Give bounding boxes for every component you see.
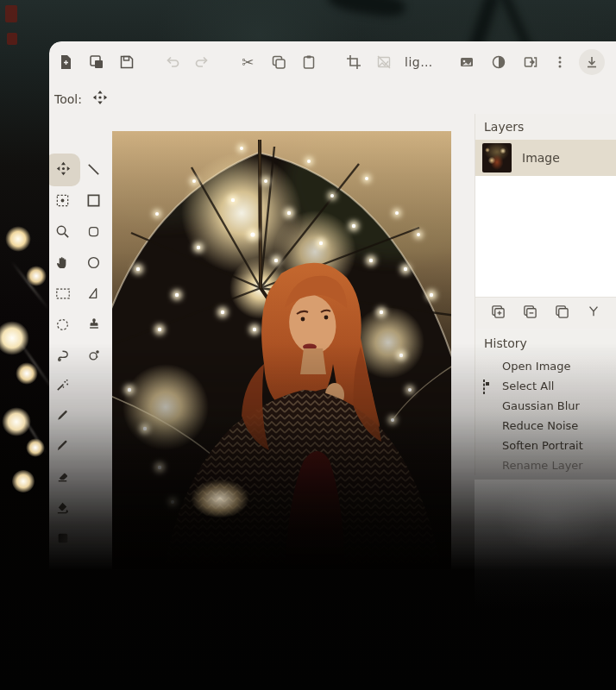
resize-icon	[523, 54, 538, 70]
select-all-icon	[482, 380, 494, 392]
history-item-rename-layer[interactable]: Rename Layer	[475, 455, 616, 475]
rect-marquee-icon	[55, 287, 71, 304]
resize-button[interactable]	[520, 52, 541, 72]
tool-move[interactable]	[46, 154, 80, 186]
soften-portrait-icon	[482, 440, 494, 452]
image-icon	[459, 54, 475, 70]
toolbar-edge-button[interactable]	[610, 52, 616, 72]
crop-icon	[346, 54, 361, 70]
tool-line[interactable]	[78, 155, 110, 186]
eraser-icon	[55, 469, 70, 487]
tool-ellipse-marquee[interactable]	[47, 310, 79, 342]
open-file-button[interactable]	[86, 52, 107, 72]
main-toolbar: ✂ lig…	[49, 41, 616, 83]
history-item-label: Reduce Noise	[502, 419, 578, 432]
crop-button[interactable]	[343, 52, 364, 72]
open-file-icon	[89, 54, 104, 70]
export-button[interactable]	[579, 49, 605, 75]
history-item-soften-portrait[interactable]: Soften Portrait	[475, 436, 616, 455]
magic-wand-icon	[55, 378, 70, 396]
light-glow	[5, 226, 31, 252]
reduce-noise-icon	[482, 420, 494, 432]
triangle-icon	[87, 286, 101, 304]
line-icon	[86, 162, 101, 180]
tool-eraser[interactable]	[47, 462, 79, 493]
tool-magic-wand[interactable]	[47, 371, 79, 402]
fill-bucket-icon	[55, 500, 70, 518]
tool-fill[interactable]	[47, 493, 79, 524]
history-item-gaussian-blur[interactable]: Gaussian Blur	[475, 396, 616, 416]
edge-partial-icon	[613, 54, 616, 70]
select-transform-icon	[55, 193, 70, 211]
insert-image-button[interactable]	[456, 52, 477, 72]
new-file-icon	[58, 54, 73, 70]
open-image-icon	[482, 361, 494, 373]
deselect-button[interactable]	[374, 52, 394, 72]
merge-layers-button[interactable]	[587, 304, 600, 322]
document-filename[interactable]: lig…	[405, 52, 433, 72]
background-red-mark	[7, 33, 17, 45]
background-red-mark	[5, 5, 17, 22]
kebab-menu-icon	[552, 54, 568, 70]
add-layer-button[interactable]	[491, 304, 506, 323]
tool-heal[interactable]	[78, 342, 110, 373]
history-item-select-all[interactable]: Select All	[475, 376, 616, 396]
copy-button[interactable]	[268, 52, 289, 72]
tool-circle[interactable]	[78, 248, 110, 279]
history-item-label: Open Image	[502, 360, 571, 373]
paste-button[interactable]	[299, 52, 319, 72]
history-item-label: Gaussian Blur	[502, 399, 580, 412]
layers-list-empty[interactable]	[475, 176, 616, 297]
remove-layer-button[interactable]	[523, 304, 537, 323]
redo-icon	[194, 54, 210, 70]
tool-indicator-label: Tool:	[54, 92, 82, 106]
circle-icon	[86, 255, 101, 273]
save-button[interactable]	[116, 52, 137, 72]
hand-icon	[55, 255, 70, 273]
history-item-open-image[interactable]: Open Image	[475, 356, 616, 376]
heal-icon	[87, 348, 101, 366]
redo-button[interactable]	[192, 52, 212, 72]
canvas-area[interactable]	[112, 131, 451, 569]
rounded-rectangle-icon	[87, 225, 100, 242]
history-item-label: Select All	[502, 380, 554, 392]
new-file-button[interactable]	[55, 52, 76, 72]
light-glow	[12, 470, 35, 492]
history-item-label: Rename Layer	[502, 459, 583, 472]
brush-icon	[55, 408, 70, 426]
tool-gradient[interactable]	[47, 524, 79, 555]
gaussian-blur-icon	[482, 400, 494, 412]
history-item-label: Soften Portrait	[502, 439, 583, 452]
brightness-contrast-button[interactable]	[488, 52, 509, 72]
layer-name: Image	[522, 151, 560, 165]
undo-icon	[165, 54, 180, 70]
ellipse-marquee-icon	[55, 317, 70, 336]
tool-triangle[interactable]	[78, 279, 110, 310]
tool-brush[interactable]	[47, 401, 79, 432]
cut-button[interactable]: ✂	[237, 52, 258, 72]
more-menu-button[interactable]	[550, 52, 570, 72]
tree-branch	[327, 0, 407, 20]
tool-lasso[interactable]	[47, 342, 79, 373]
layer-row[interactable]: Image	[475, 140, 616, 176]
lasso-icon	[55, 348, 70, 367]
duplicate-layer-button[interactable]	[555, 304, 569, 323]
right-panel: Layers Image History Open Image Sel	[475, 114, 616, 475]
history-panel-header: History	[475, 330, 616, 356]
tool-hand[interactable]	[47, 248, 79, 279]
tool-stamp[interactable]	[78, 310, 110, 342]
history-item-reduce-noise[interactable]: Reduce Noise	[475, 416, 616, 436]
tool-pencil[interactable]	[47, 431, 79, 462]
layers-footer	[475, 297, 616, 329]
tool-rectangle[interactable]	[78, 186, 110, 217]
pencil-icon	[55, 438, 70, 456]
tool-rounded-rectangle[interactable]	[78, 217, 110, 248]
undo-button[interactable]	[162, 52, 183, 72]
contrast-icon	[491, 54, 506, 70]
stamp-icon	[87, 317, 101, 335]
tool-select-transform[interactable]	[47, 186, 79, 217]
tool-zoom[interactable]	[47, 217, 79, 248]
rectangle-icon	[86, 193, 101, 211]
tool-indicator: Tool:	[54, 85, 108, 114]
tool-rect-marquee[interactable]	[47, 279, 79, 310]
